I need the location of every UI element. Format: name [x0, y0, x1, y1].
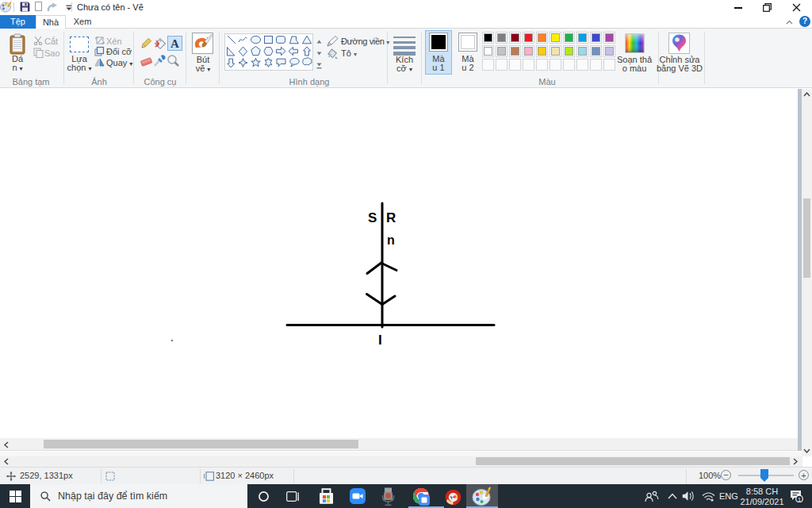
svg-text:I: I: [378, 333, 382, 348]
svg-text:S: S: [368, 210, 377, 225]
svg-text:1: 1: [798, 496, 801, 502]
svg-text:n: n: [387, 233, 395, 247]
svg-text:R: R: [386, 210, 396, 225]
